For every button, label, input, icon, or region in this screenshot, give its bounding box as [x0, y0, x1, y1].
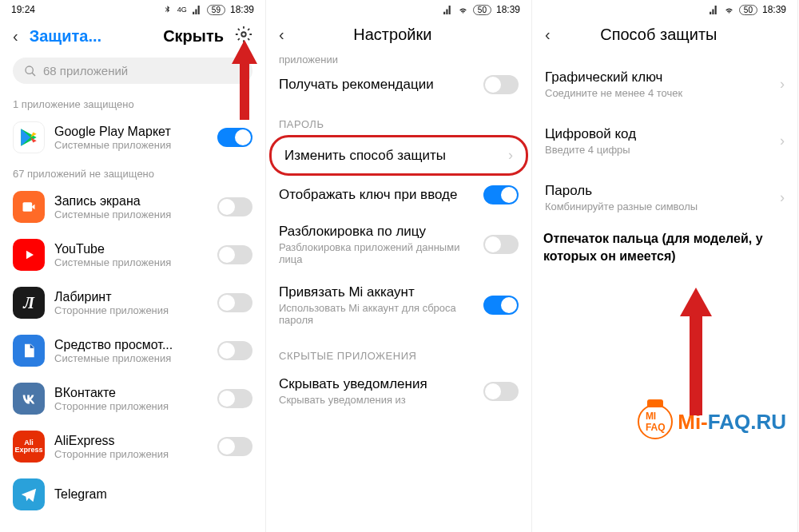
app-sub: Сторонние приложения	[54, 400, 208, 412]
toggle[interactable]	[483, 185, 519, 204]
option-pattern[interactable]: Графический ключ Соедините не менее 4 то…	[532, 52, 797, 109]
toggle[interactable]	[217, 245, 252, 264]
app-name: Запись экрана	[54, 194, 208, 208]
status-icons: 4G 59 18:39	[162, 4, 254, 15]
signal-icon	[192, 5, 202, 15]
app-icon-telegram	[13, 478, 45, 510]
bluetooth-icon	[162, 5, 173, 15]
battery-badge: 59	[207, 5, 225, 15]
chevron-right-icon: ›	[780, 76, 785, 93]
header: ‹ Защита... Скрыть	[0, 18, 265, 54]
app-row[interactable]: ВКонтакте Сторонние приложения	[0, 375, 265, 423]
header: ‹ Способ защиты	[532, 18, 797, 52]
toggle[interactable]	[217, 293, 252, 312]
signal-icon	[709, 5, 719, 15]
battery-badge: 50	[739, 5, 757, 15]
app-sub: Системные приложения	[54, 256, 208, 268]
toggle[interactable]	[217, 197, 252, 216]
app-icon-viewer	[13, 335, 45, 367]
app-icon-recorder	[13, 191, 45, 223]
screen-app-lock: 19:24 4G 59 18:39 ‹ Защита... Скрыть 68 …	[0, 0, 266, 532]
setting-change-method[interactable]: Изменить способ защиты ›	[269, 135, 528, 176]
toggle[interactable]	[483, 296, 519, 315]
toggle[interactable]	[483, 75, 519, 94]
app-sub: Системные приложения	[54, 139, 208, 151]
app-name: ВКонтакте	[54, 386, 208, 400]
status-clock: 18:39	[762, 4, 786, 15]
app-sub: Сторонние приложения	[54, 304, 208, 316]
signal-icon	[443, 5, 453, 15]
setting-face-unlock[interactable]: Разблокировка по лицу Разблокировка прил…	[266, 214, 531, 275]
app-sub: Сторонние приложения	[54, 448, 208, 460]
app-name: AliExpress	[54, 434, 208, 448]
status-time: 19:24	[11, 4, 35, 15]
chevron-right-icon: ›	[508, 147, 513, 164]
svg-point-1	[26, 66, 33, 73]
setting-hide-notifications[interactable]: Скрывать уведомления Скрывать уведомлени…	[266, 367, 531, 415]
back-icon[interactable]: ‹	[279, 26, 284, 44]
battery-badge: 50	[473, 5, 491, 15]
setting-mi-account[interactable]: Привязать Mi аккаунт Использовать Mi акк…	[266, 275, 531, 335]
tab-protect[interactable]: Защита...	[30, 27, 152, 46]
section-password: ПАРОЛЬ	[266, 104, 531, 135]
search-placeholder: 68 приложений	[43, 64, 128, 77]
toggle[interactable]	[483, 382, 519, 401]
svg-rect-2	[23, 202, 33, 212]
back-icon[interactable]: ‹	[545, 26, 551, 44]
status-clock: 18:39	[496, 4, 520, 15]
toggle[interactable]	[217, 341, 252, 360]
chevron-right-icon: ›	[780, 189, 785, 206]
wifi-icon	[724, 5, 734, 15]
app-icon-labirint: Л	[13, 287, 45, 319]
setting-recommendations[interactable]: Получать рекомендации	[266, 66, 531, 104]
cropped-text: приложении	[266, 54, 531, 66]
status-icons: 50 18:39	[443, 4, 520, 15]
option-pin[interactable]: Цифровой код Введите 4 цифры ›	[532, 109, 797, 165]
statusbar: 50 18:39	[266, 0, 531, 18]
chevron-right-icon: ›	[780, 133, 785, 149]
section-hidden: СКРЫТЫЕ ПРИЛОЖЕНИЯ	[266, 335, 531, 367]
annotation-arrow-gear	[227, 40, 262, 120]
watermark-icon: MIFAQ	[638, 404, 673, 439]
setting-show-key[interactable]: Отображать ключ при вводе	[266, 176, 531, 214]
tab-hide[interactable]: Скрыть	[163, 27, 224, 46]
status-clock: 18:39	[230, 4, 254, 15]
search-icon	[24, 65, 37, 77]
unprotected-label: 67 приложений не защищено	[0, 161, 265, 183]
app-sub: Системные приложения	[54, 208, 208, 220]
app-row[interactable]: YouTube Системные приложения	[0, 231, 265, 279]
app-row[interactable]: Telegram	[0, 470, 265, 518]
app-name: YouTube	[54, 242, 208, 256]
wifi-icon	[458, 5, 468, 15]
header: ‹ Настройки	[266, 18, 531, 52]
toggle[interactable]	[217, 389, 252, 408]
app-row[interactable]: Средство просмот... Системные приложения	[0, 327, 265, 375]
search-input[interactable]: 68 приложений	[13, 58, 252, 84]
svg-point-0	[241, 32, 246, 37]
option-password[interactable]: Пароль Комбинируйте разные символы ›	[532, 165, 797, 222]
page-title: Способ защиты	[562, 26, 756, 44]
app-row[interactable]: Запись экрана Системные приложения	[0, 183, 265, 231]
app-row[interactable]: AliExpress AliExpress Сторонние приложен…	[0, 423, 265, 470]
app-icon-play	[13, 121, 45, 153]
app-sub: Системные приложения	[54, 352, 208, 364]
toggle[interactable]	[483, 235, 519, 254]
statusbar: 50 18:39	[532, 0, 797, 18]
app-row[interactable]: Л Лабиринт Сторонние приложения	[0, 279, 265, 327]
app-icon-aliexpress: AliExpress	[13, 431, 45, 463]
annotation-fingerprint-note: Отпечаток пальца (для моделей, у которых…	[532, 222, 797, 272]
toggle[interactable]	[217, 437, 252, 456]
app-name: Средство просмот...	[54, 338, 208, 352]
app-icon-vk	[13, 383, 45, 415]
toggle[interactable]	[217, 128, 252, 147]
protected-label: 1 приложение защищено	[0, 92, 265, 113]
app-icon-youtube	[13, 239, 45, 271]
statusbar: 19:24 4G 59 18:39	[0, 0, 265, 18]
app-row[interactable]: Google Play Маркет Системные приложения	[0, 113, 265, 161]
annotation-arrow-up	[676, 288, 716, 415]
app-name: Лабиринт	[54, 290, 208, 304]
app-name: Telegram	[54, 487, 252, 502]
app-name: Google Play Маркет	[54, 125, 208, 139]
back-icon[interactable]: ‹	[13, 27, 18, 46]
screen-settings: 50 18:39 ‹ Настройки приложении Получать…	[266, 0, 532, 532]
